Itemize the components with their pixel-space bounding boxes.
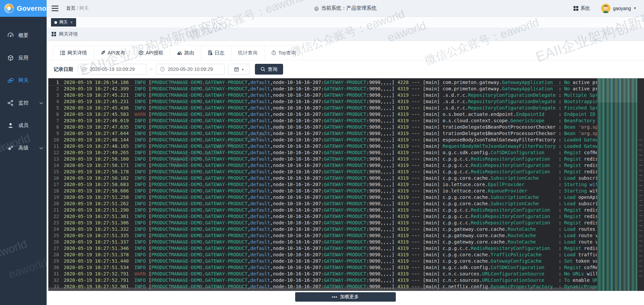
log-line: 202020-05-19 10:27:51.262 INFO [PRODUCTM… bbox=[48, 201, 597, 207]
log-line: 62020-05-19 10:27:45.583 WARN [PRODUCTMA… bbox=[48, 111, 597, 118]
top-header: 首页 / 网关 ◎ 当前系统：产品管理系统 系统 bbox=[47, 0, 644, 17]
log-line: 42020-05-19 10:27:45.231 INFO [PRODUCTMA… bbox=[48, 98, 597, 105]
log-line: 22020-05-19 10:27:42.399 INFO [PRODUCTMA… bbox=[48, 86, 597, 92]
sidebar-item-label: 成员 bbox=[18, 122, 29, 129]
governor-logo-icon bbox=[4, 3, 14, 13]
log-lines: 12020-05-19 10:26:54.186 INFO [PRODUCTMA… bbox=[48, 79, 597, 291]
grid-icon bbox=[52, 32, 56, 36]
sidebar-menu: 概要 应用 网关 bbox=[0, 17, 47, 159]
rocket-icon bbox=[101, 50, 105, 55]
username: gaoyang bbox=[613, 6, 631, 11]
sidebar-item-gateway[interactable]: 网关 bbox=[0, 69, 47, 92]
app-logo[interactable]: Governor bbox=[0, 0, 47, 17]
date-to-input[interactable]: 2020-05-20 10:09:29 bbox=[156, 64, 225, 75]
caret-down-icon: ▾ bbox=[242, 68, 244, 71]
active-dot bbox=[54, 21, 57, 24]
tab-routes[interactable]: 路由 bbox=[170, 45, 201, 60]
log-line: 242020-05-19 10:27:51.332 INFO [PRODUCTM… bbox=[48, 226, 597, 232]
breadcrumb: 首页 / 网关 bbox=[66, 5, 89, 11]
system-menu[interactable]: 系统 bbox=[574, 5, 590, 11]
log-line: 322020-05-19 10:27:52.791 INFO [PRODUCTM… bbox=[48, 277, 597, 284]
log-line: 212020-05-19 10:27:51.290 INFO [PRODUCTM… bbox=[48, 207, 597, 213]
sidebar-item-label: 高级 bbox=[18, 145, 29, 151]
log-line: 172020-05-19 10:27:50.683 INFO [PRODUCTM… bbox=[48, 181, 597, 188]
search-icon bbox=[261, 67, 265, 72]
log-line: 162020-05-19 10:27:50.182 INFO [PRODUCTM… bbox=[48, 175, 597, 181]
log-line: 12020-05-19 10:26:54.186 INFO [PRODUCTMA… bbox=[48, 79, 597, 86]
horizontal-scrollbar[interactable] bbox=[48, 288, 597, 291]
minimap[interactable] bbox=[597, 78, 637, 291]
main-panel: 网关详情 API发布 API授权 bbox=[47, 41, 644, 305]
sidebar-item-label: 概要 bbox=[18, 32, 29, 39]
log-line: 192020-05-19 10:27:51.258 INFO [PRODUCTM… bbox=[48, 194, 597, 201]
log-line: 272020-05-19 10:27:51.346 INFO [PRODUCTM… bbox=[48, 245, 597, 252]
sidebar-item-label: 监控 bbox=[18, 100, 29, 106]
sidebar-item-monitoring[interactable]: 监控 bbox=[0, 92, 47, 114]
calendar-icon bbox=[234, 67, 239, 72]
log-line: 52020-05-19 10:27:45.436 INFO [PRODUCTMA… bbox=[48, 105, 597, 111]
person-icon bbox=[7, 122, 14, 129]
date-from-input[interactable]: 2020-05-19 10:09:29 bbox=[78, 64, 147, 75]
log-line: 72020-05-19 10:27:46.619 INFO [PRODUCTMA… bbox=[48, 118, 597, 124]
gauge-icon bbox=[7, 32, 14, 39]
cube-icon bbox=[7, 55, 14, 61]
breadcrumb-root[interactable]: 首页 bbox=[66, 5, 75, 11]
caret-down-icon: ▼ bbox=[633, 6, 637, 10]
detail-tabs-bar: 网关详情 API发布 API授权 bbox=[47, 41, 644, 60]
shield-icon bbox=[139, 50, 143, 55]
tab-stats-query[interactable]: 统计查询 bbox=[231, 45, 265, 60]
breadcrumb-current: 网关 bbox=[79, 5, 89, 11]
chevron-down-icon bbox=[39, 147, 43, 149]
range-separator: ~ bbox=[150, 67, 153, 72]
header-right: 系统 gaoyang ▼ bbox=[574, 4, 644, 13]
load-more-button[interactable]: ••• 加载更多 bbox=[295, 292, 396, 302]
search-button[interactable]: 查询 bbox=[255, 64, 283, 75]
clock-icon bbox=[160, 67, 165, 72]
eye-icon: ◎ bbox=[314, 5, 319, 11]
log-line: 302020-05-19 10:27:51.534 INFO [PRODUCTM… bbox=[48, 264, 597, 271]
close-icon[interactable]: × bbox=[70, 20, 73, 25]
log-line: 112020-05-19 10:27:48.165 INFO [PRODUCTM… bbox=[48, 143, 597, 149]
log-line: 32020-05-19 10:27:45.221 INFO [PRODUCTMA… bbox=[48, 92, 597, 98]
log-line: 222020-05-19 10:27:51.301 INFO [PRODUCTM… bbox=[48, 213, 597, 220]
document-icon bbox=[208, 50, 212, 55]
tab-gateway-detail[interactable]: 网关详情 bbox=[53, 45, 94, 60]
tab-logs[interactable]: 日志 bbox=[201, 45, 231, 60]
clock-icon bbox=[82, 67, 87, 72]
tag-gateway[interactable]: 网关 × bbox=[51, 18, 76, 27]
gears-icon bbox=[7, 145, 14, 151]
filter-label: 记录日期 bbox=[54, 66, 73, 73]
router-icon bbox=[177, 50, 182, 55]
tab-top-query[interactable]: Top查询 bbox=[265, 45, 303, 60]
log-viewer[interactable]: 12020-05-19 10:26:54.186 INFO [PRODUCTMA… bbox=[48, 78, 644, 291]
log-line: 252020-05-19 10:27:51.335 INFO [PRODUCTM… bbox=[48, 232, 597, 239]
overview-ruler bbox=[637, 78, 644, 291]
quick-range-dropdown[interactable]: ▾ bbox=[228, 64, 250, 75]
current-system-indicator: ◎ 当前系统：产品管理系统 bbox=[314, 5, 377, 11]
minimap-slider[interactable] bbox=[597, 78, 637, 102]
log-line: 142020-05-19 10:27:50.171 INFO [PRODUCTM… bbox=[48, 162, 597, 169]
log-line: 232020-05-19 10:27:51.306 INFO [PRODUCTM… bbox=[48, 220, 597, 226]
list-icon bbox=[60, 51, 65, 55]
log-line: 182020-05-19 10:27:50.686 INFO [PRODUCTM… bbox=[48, 188, 597, 194]
log-line: 122020-05-19 10:27:49.265 INFO [PRODUCTM… bbox=[48, 149, 597, 156]
gateway-icon bbox=[7, 77, 14, 84]
section-header: 网关详情 bbox=[47, 28, 644, 41]
log-line: 82020-05-19 10:27:47.635 INFO [PRODUCTMA… bbox=[48, 124, 597, 130]
sidebar-item-applications[interactable]: 应用 bbox=[0, 47, 47, 69]
sidebar-item-members[interactable]: 成员 bbox=[0, 114, 47, 137]
log-filter-bar: 记录日期 2020-05-19 10:09:29 ~ 2020-05-20 10… bbox=[47, 60, 644, 78]
share-nodes-icon bbox=[7, 100, 14, 106]
current-system-text: 当前系统：产品管理系统 bbox=[321, 5, 376, 11]
chevron-down-icon bbox=[39, 102, 43, 104]
sidebar-item-overview[interactable]: 概要 bbox=[0, 24, 47, 47]
log-line: 282020-05-19 10:27:51.378 INFO [PRODUCTM… bbox=[48, 252, 597, 258]
section-title: 网关详情 bbox=[59, 31, 78, 37]
tab-api-publish[interactable]: API发布 bbox=[94, 45, 132, 60]
tab-api-auth[interactable]: API授权 bbox=[132, 45, 170, 60]
hamburger-menu-icon[interactable] bbox=[51, 5, 59, 11]
sidebar-item-advanced[interactable]: 高级 bbox=[0, 137, 47, 159]
user-menu[interactable]: gaoyang ▼ bbox=[601, 4, 637, 13]
log-line: 152020-05-19 10:27:50.178 INFO [PRODUCTM… bbox=[48, 169, 597, 175]
sidebar-item-label: 网关 bbox=[18, 77, 29, 84]
